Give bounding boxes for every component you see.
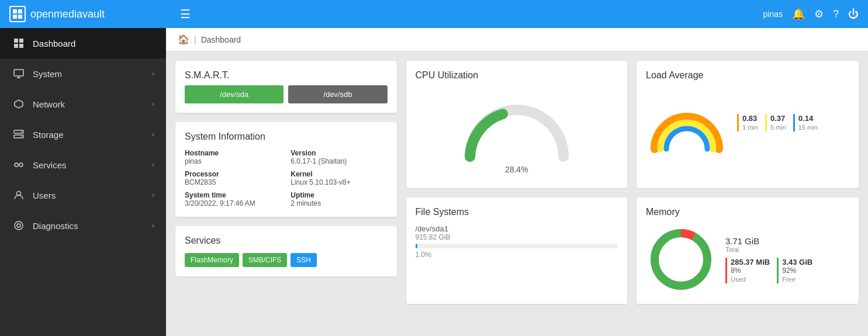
sidebar-item-diagnostics[interactable]: Diagnostics › [0,210,166,241]
app-name: openmediavault [30,8,105,20]
filesystem-card: File Systems /dev/sda1 915.82 GiB 1.0% [406,198,628,304]
processor-group: Processor BCM2835 [185,170,281,186]
storage-arrow: › [152,130,154,138]
system-arrow: › [152,70,154,78]
fs-size: 915.82 GiB [416,233,618,241]
cpu-gauge-container: 28.4% [416,88,618,179]
breadcrumb-separator: | [194,35,196,44]
sysinfo-card: System Information Hostname pinas Versio… [175,122,397,217]
load-5min-val: 0.37 [770,114,786,123]
processor-value: BCM2835 [185,178,281,186]
load-title: Load Average [646,70,849,81]
memory-total-label: Total [725,246,812,253]
services-arrow: › [152,161,154,169]
username-label: pinas [763,9,783,19]
sidebar-system-label: System [33,69,62,79]
systime-group: System time 3/20/2022, 9:17:46 AM [185,191,281,207]
memory-gauge [646,224,716,295]
sidebar-network-label: Network [33,99,65,109]
sidebar-item-system[interactable]: System › [0,58,166,89]
right-panel: S.M.A.R.T. /dev/sda /dev/sdb System Info… [175,61,397,304]
svg-rect-3 [18,15,22,19]
svg-rect-8 [14,70,23,76]
fs-bar-bg [416,244,618,248]
notifications-button[interactable]: 🔔 [792,8,805,20]
dashboard-icon [12,36,26,50]
kernel-group: Kernel Linux 5.10.103-v8+ [291,170,387,186]
smart-title: S.M.A.R.T. [185,70,388,81]
filesystem-item: /dev/sda1 915.82 GiB 1.0% [416,224,618,259]
system-icon [12,67,26,81]
svg-point-15 [21,136,22,137]
svg-point-17 [19,163,23,167]
version-label: Version [291,149,387,157]
fs-bar-fill [416,244,417,248]
menu-toggle-button[interactable]: ☰ [175,5,195,23]
svg-point-16 [15,163,18,167]
cpu-value: 28.4% [505,165,528,174]
breadcrumb-page: Dashboard [201,35,241,44]
version-group: Version 6.0.17-1 (Shaitan) [291,149,387,165]
memory-total: 3.71 GiB [725,236,812,246]
svg-marker-11 [15,100,23,108]
svg-rect-0 [13,9,17,13]
processor-label: Processor [185,170,281,178]
fs-name: /dev/sda1 [416,224,618,233]
fs-pct: 1.0% [416,251,618,259]
load-15min-val: 0.14 [798,114,818,123]
users-arrow: › [152,191,154,199]
app-logo: openmediavault [9,6,175,22]
hostname-value: pinas [185,157,281,165]
services-title: Services [185,235,388,246]
memory-title: Memory [646,207,849,217]
version-value: 6.0.17-1 (Shaitan) [291,157,387,165]
uptime-label: Uptime [291,191,387,199]
sidebar-item-dashboard[interactable]: Dashboard [0,28,166,58]
sidebar-item-services[interactable]: Services › [0,150,166,180]
svg-rect-4 [14,39,18,43]
load-5min-lbl: 5 min [770,124,786,131]
sidebar-item-storage[interactable]: Storage › [0,119,166,150]
systime-label: System time [185,191,281,199]
sidebar-dashboard-label: Dashboard [33,39,75,49]
memory-container: 3.71 GiB Total 285.37 MiB 8% Used 3.43 G… [646,224,849,295]
svg-point-21 [655,233,707,286]
svg-point-14 [21,131,22,133]
breadcrumb: 🏠 | Dashboard [166,28,868,51]
filesystem-title: File Systems [416,207,618,217]
users-icon [12,188,26,202]
memory-used-lbl: Used [731,276,746,283]
flashmemory-badge[interactable]: FlashMemory [185,253,239,267]
uptime-group: Uptime 2 minutes [291,191,387,207]
memory-card: Memory 3.71 GiB Total 285.37 MiB [637,198,859,304]
svg-point-19 [15,221,23,230]
home-icon[interactable]: 🏠 [178,34,189,45]
settings-button[interactable]: ⚙ [814,8,824,20]
sysinfo-title: System Information [185,131,388,142]
services-badges: FlashMemory SMB/CIFS SSH [185,253,388,267]
help-button[interactable]: ? [833,8,839,20]
smart-buttons: /dev/sda /dev/sdb [185,85,388,103]
memory-details: 285.37 MiB 8% Used 3.43 GiB 92% Free [725,258,812,283]
services-icon [12,158,26,172]
sidebar-diagnostics-label: Diagnostics [33,221,78,231]
systime-value: 3/20/2022, 9:17:46 AM [185,199,281,207]
logo-icon [9,6,26,22]
power-button[interactable]: ⏻ [848,8,859,20]
memory-used: 285.37 MiB 8% Used [725,258,770,283]
smart-sda-button[interactable]: /dev/sda [185,85,283,103]
cpu-card: CPU Utilization 28.4% [406,61,628,188]
smart-card: S.M.A.R.T. /dev/sda /dev/sdb [175,61,397,113]
sidebar-item-users[interactable]: Users › [0,180,166,210]
load-card: Load Average 0.83 1 min [637,61,859,188]
smart-sdb-button[interactable]: /dev/sdb [288,85,387,103]
load-1min-lbl: 1 min [742,124,758,131]
dashboard-grid: CPU Utilization 28.4% Load Average [166,51,868,313]
memory-stats: 3.71 GiB Total 285.37 MiB 8% Used 3.43 G… [725,236,812,283]
sidebar-item-network[interactable]: Network › [0,89,166,119]
kernel-value: Linux 5.10.103-v8+ [291,178,387,186]
load-15min-lbl: 15 min [798,124,818,131]
smbcifs-badge[interactable]: SMB/CIFS [243,253,288,267]
ssh-badge[interactable]: SSH [291,253,317,267]
memory-used-pct: 8% [731,266,770,275]
